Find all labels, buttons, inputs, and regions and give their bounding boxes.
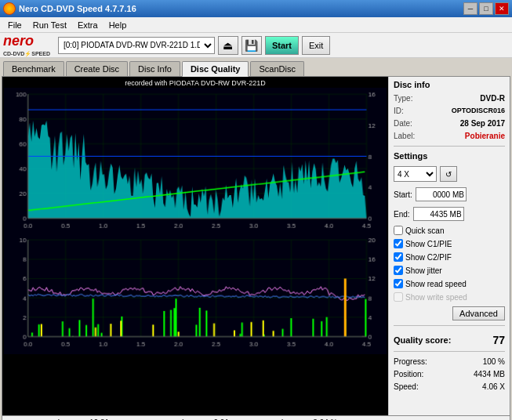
charts-area: recorded with PIODATA DVD-RW DVR-221D [2,77,388,415]
end-row: End: 4435 MB [394,207,505,221]
main-content: recorded with PIODATA DVD-RW DVR-221D Di… [2,76,510,416]
show-c2-checkbox[interactable] [394,252,403,262]
menu-bar: File Run Test Extra Help [0,17,512,33]
settings-refresh-btn[interactable]: ↺ [440,166,457,182]
date-label: Date: [394,119,412,128]
speed-label: Speed: [394,382,419,391]
id-label: ID: [394,107,404,115]
show-write-speed-label: Show write speed [405,293,467,302]
quality-score-value: 77 [492,334,505,346]
end-input[interactable]: 4435 MB [413,207,464,221]
show-read-speed-label: Show read speed [405,280,467,288]
window-controls: ─ □ ✕ [463,2,509,15]
quick-scan-checkbox[interactable] [394,226,403,235]
start-label: Start: [394,190,412,199]
settings-title: Settings [394,151,505,161]
menu-extra[interactable]: Extra [73,19,103,31]
disc-label-row: Label: Pobieranie [394,132,505,140]
tab-benchmark[interactable]: Benchmark [3,61,64,76]
tab-bar: Benchmark Create Disc Disc Info Disc Qua… [0,58,512,76]
show-c1-row: Show C1/PIE [394,239,505,248]
app-logo: nero CD-DVD⚡SPEED [3,33,50,57]
stats-bar: PI Errors Average: 19.81 Maximum: 73 Tot… [2,416,510,420]
type-value: DVD-R [480,94,505,103]
tab-disc-info[interactable]: Disc Info [129,61,180,76]
date-value: 28 Sep 2017 [460,119,505,128]
app-icon [3,2,16,15]
speed-row: 4 X ↺ [394,166,505,182]
exit-button[interactable]: Exit [302,36,330,55]
save-button[interactable]: 💾 [241,36,262,55]
show-jitter-label: Show jitter [405,266,442,275]
title-bar: Nero CD-DVD Speed 4.7.7.16 ─ □ ✕ [0,0,512,17]
top-chart [4,88,387,236]
show-jitter-checkbox[interactable] [394,266,403,275]
minimize-button[interactable]: ─ [463,2,478,15]
start-button[interactable]: Start [265,36,299,55]
advanced-button[interactable]: Advanced [452,306,505,320]
tab-create-disc[interactable]: Create Disc [66,61,128,76]
drive-select[interactable]: [0:0] PIODATA DVD-RW DVR-221D 1.D9 [58,37,215,54]
show-jitter-row: Show jitter [394,266,505,275]
quality-score-row: Quality score: 77 [394,334,505,346]
right-panel: Disc info Type: DVD-R ID: OPTODISCR016 D… [388,77,510,415]
disc-id-row: ID: OPTODISCR016 [394,107,505,115]
speed-row-progress: Speed: 4.06 X [394,382,505,391]
disc-date-row: Date: 28 Sep 2017 [394,119,505,128]
divider-1 [394,146,505,147]
menu-run-test[interactable]: Run Test [28,19,71,31]
divider-3 [394,351,505,352]
end-label: End: [394,210,410,219]
tab-disc-quality[interactable]: Disc Quality [182,61,249,77]
position-label: Position: [394,370,423,378]
menu-help[interactable]: Help [104,19,132,31]
label-value: Pobieranie [465,132,505,140]
progress-value: 100 % [483,357,505,366]
label-label: Label: [394,132,415,140]
show-c1-checkbox[interactable] [394,239,403,248]
show-c2-row: Show C2/PIF [394,252,505,262]
close-button[interactable]: ✕ [495,2,509,15]
start-row: Start: 0000 MB [394,187,505,201]
maximize-button[interactable]: □ [479,2,493,15]
progress-label: Progress: [394,357,427,366]
disc-type-row: Type: DVD-R [394,94,505,103]
show-c2-label: Show C2/PIF [405,253,452,262]
show-read-speed-row: Show read speed [394,279,505,288]
show-read-speed-checkbox[interactable] [394,279,403,288]
eject-button[interactable]: ⏏ [218,36,238,55]
show-c1-label: Show C1/PIE [405,240,452,248]
position-value: 4434 MB [474,370,505,378]
bottom-chart [4,236,387,354]
divider-2 [394,325,505,326]
toolbar: nero CD-DVD⚡SPEED [0:0] PIODATA DVD-RW D… [0,33,512,58]
show-write-speed-checkbox [394,292,403,302]
start-input[interactable]: 0000 MB [416,187,467,201]
show-write-speed-row: Show write speed [394,292,505,302]
quick-scan-row: Quick scan [394,226,505,235]
disc-info-title: Disc info [394,80,505,89]
tab-scan-disc[interactable]: ScanDisc [250,61,303,76]
speed-select[interactable]: 4 X [394,166,437,182]
type-label: Type: [394,94,412,103]
menu-file[interactable]: File [3,19,27,31]
quick-scan-label: Quick scan [405,226,444,235]
speed-value: 4.06 X [482,382,505,391]
window-title: Nero CD-DVD Speed 4.7.7.16 [19,4,136,13]
position-row: Position: 4434 MB [394,370,505,378]
id-value: OPTODISCR016 [452,107,505,115]
quality-score-label: Quality score: [394,335,451,345]
chart-title: recorded with PIODATA DVD-RW DVR-221D [4,78,387,88]
progress-row: Progress: 100 % [394,357,505,366]
